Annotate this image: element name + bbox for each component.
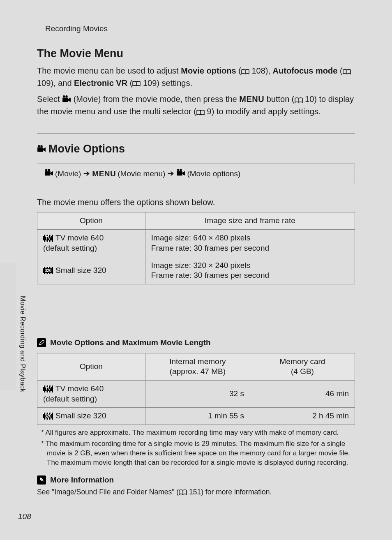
- table-row: 320 Small size 320 1 min 55 s 2 h 45 min: [37, 408, 355, 425]
- svg-point-8: [48, 169, 50, 171]
- table-row: TV TV movie 640 (default setting) Image …: [37, 230, 355, 257]
- divider: [37, 133, 355, 134]
- book-icon: [295, 94, 303, 106]
- option-label: TV movie 640: [55, 233, 104, 243]
- pencil-note-icon: [37, 338, 46, 347]
- breadcrumb-path: (Movie) ➔ MENU (Movie menu) ➔ (Movie opt…: [37, 164, 355, 185]
- table-header: Internal memory (approx. 47 MB): [145, 353, 250, 380]
- arrow-right-icon: ➔: [83, 169, 90, 178]
- heading-movie-menu: The Movie Menu: [37, 46, 355, 61]
- option-desc: Frame rate: 30 frames per second: [151, 243, 349, 254]
- sub-text: The movie menu offers the options shown …: [37, 196, 355, 208]
- callout-heading-max-length: Movie Options and Maximum Movie Length: [37, 338, 355, 348]
- svg-point-2: [65, 95, 67, 97]
- table-header: Option: [37, 212, 145, 230]
- footnote: * All figures are approximate. The maxim…: [37, 428, 355, 438]
- arrow-right-icon: ➔: [168, 169, 174, 178]
- svg-rect-9: [177, 171, 183, 175]
- option-desc: Frame rate: 30 frames per second: [151, 270, 349, 281]
- more-info-text: See "Image/Sound File and Folder Names" …: [37, 487, 355, 497]
- option-sublabel: (default setting): [43, 243, 139, 254]
- table-header: Image size and frame rate: [145, 212, 355, 230]
- option-label: Small size 320: [55, 411, 106, 421]
- info-icon: ✎: [37, 475, 46, 485]
- book-icon: [343, 66, 351, 77]
- book-icon: [241, 66, 249, 77]
- svg-point-7: [45, 169, 47, 171]
- value-cell: 32 s: [145, 380, 250, 407]
- menu-label: MENU: [239, 95, 264, 104]
- svg-point-1: [63, 95, 65, 97]
- max-length-table: Option Internal memory (approx. 47 MB) M…: [37, 353, 355, 425]
- film-badge-icon: 320: [43, 413, 53, 420]
- movie-icon: [176, 169, 185, 179]
- intro-paragraph-1: The movie menu can be used to adjust Mov…: [37, 65, 355, 89]
- value-cell: 1 min 55 s: [145, 408, 250, 425]
- svg-rect-0: [62, 97, 68, 102]
- book-icon: [196, 106, 205, 118]
- table-header: Memory card (4 GB): [250, 353, 355, 380]
- value-cell: 2 h 45 min: [250, 408, 355, 425]
- movie-options-table: Option Image size and frame rate TV TV m…: [37, 212, 355, 284]
- footnote: * The maximum recording time for a singl…: [37, 439, 355, 468]
- film-badge-icon: TV: [43, 385, 53, 392]
- option-desc: Image size: 320 × 240 pixels: [151, 261, 349, 271]
- heading-more-information: ✎ More Information: [37, 475, 355, 485]
- svg-point-4: [38, 145, 40, 147]
- book-icon: [179, 488, 187, 497]
- svg-point-10: [177, 169, 179, 171]
- option-sublabel: (default setting): [43, 394, 139, 404]
- intro-paragraph-2: Select (Movie) from the movie mode, then…: [37, 93, 355, 118]
- svg-rect-6: [45, 171, 51, 175]
- film-badge-icon: TV: [43, 235, 53, 242]
- film-badge-icon: 320: [43, 267, 53, 274]
- running-header: Recording Movies: [45, 24, 355, 34]
- value-cell: 46 min: [250, 380, 355, 407]
- svg-point-11: [180, 169, 182, 171]
- svg-point-5: [40, 145, 42, 147]
- option-label: Small size 320: [55, 265, 106, 276]
- option-label: TV movie 640: [55, 384, 104, 394]
- option-desc: Image size: 640 × 480 pixels: [151, 233, 349, 243]
- table-row: TV TV movie 640 (default setting) 32 s 4…: [37, 380, 355, 407]
- footnotes: * All figures are approximate. The maxim…: [37, 428, 355, 468]
- movie-icon: [37, 142, 46, 156]
- svg-rect-3: [37, 147, 43, 152]
- movie-icon: [44, 169, 53, 179]
- movie-icon: [62, 94, 71, 106]
- table-row: 320 Small size 320 Image size: 320 × 240…: [37, 257, 355, 284]
- book-icon: [132, 78, 141, 89]
- table-header: Option: [37, 353, 145, 380]
- heading-movie-options: Movie Options: [37, 142, 355, 156]
- page-content: Recording Movies The Movie Menu The movi…: [0, 0, 392, 540]
